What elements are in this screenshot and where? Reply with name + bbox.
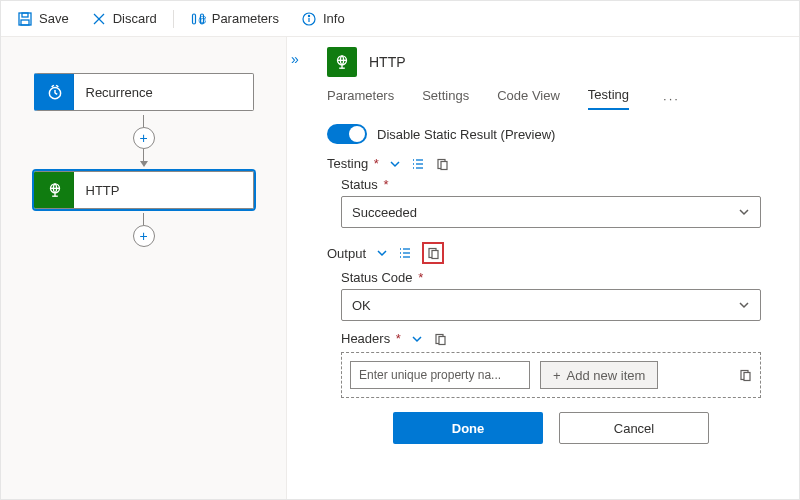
svg-rect-37 xyxy=(432,251,438,259)
list-icon[interactable] xyxy=(411,157,425,171)
parameters-button[interactable]: @ Parameters xyxy=(182,7,287,31)
add-new-item-button[interactable]: + Add new item xyxy=(540,361,658,389)
save-button[interactable]: Save xyxy=(9,7,77,31)
static-result-toggle-row: Disable Static Result (Preview) xyxy=(327,124,775,144)
parameters-label: Parameters xyxy=(212,11,279,26)
status-code-select[interactable]: OK xyxy=(341,289,761,321)
discard-button[interactable]: Discard xyxy=(83,7,165,31)
static-result-label: Disable Static Result (Preview) xyxy=(377,127,555,142)
testing-header: Testing * xyxy=(327,156,775,171)
done-button[interactable]: Done xyxy=(393,412,543,444)
testing-label: Testing xyxy=(327,156,368,171)
save-icon xyxy=(17,11,33,27)
chevron-down-icon[interactable] xyxy=(389,158,401,170)
clock-icon xyxy=(38,74,74,110)
tab-settings[interactable]: Settings xyxy=(422,88,469,109)
output-header: Output xyxy=(327,242,775,264)
connector: + xyxy=(1,115,286,167)
status-value: Succeeded xyxy=(352,205,417,220)
node-http-label: HTTP xyxy=(74,183,120,198)
plus-icon: + xyxy=(553,368,561,383)
tabs-overflow-icon[interactable]: ··· xyxy=(657,91,686,106)
footer-buttons: Done Cancel xyxy=(327,412,775,444)
tab-code-view[interactable]: Code View xyxy=(497,88,560,109)
list-icon[interactable] xyxy=(398,246,412,260)
status-code-label-row: Status Code * xyxy=(341,270,775,285)
headers-label-row: Headers * xyxy=(341,331,775,346)
connector-end: + xyxy=(1,213,286,247)
add-new-item-label: Add new item xyxy=(567,368,646,383)
globe-icon xyxy=(327,47,357,77)
svg-line-13 xyxy=(55,93,57,94)
svg-rect-2 xyxy=(21,20,29,25)
svg-rect-1 xyxy=(22,13,28,17)
node-http[interactable]: HTTP xyxy=(34,171,254,209)
svg-rect-41 xyxy=(744,373,750,381)
node-recurrence-label: Recurrence xyxy=(74,85,153,100)
header-key-input[interactable]: Enter unique property na... xyxy=(350,361,530,389)
separator xyxy=(173,10,174,28)
static-result-toggle[interactable] xyxy=(327,124,367,144)
output-label: Output xyxy=(327,246,366,261)
required-mark: * xyxy=(370,156,379,171)
panel-header: HTTP xyxy=(327,47,775,77)
testing-section: Testing * Status * Succeeded Output xyxy=(327,156,775,444)
details-panel: » HTTP Parameters Settings Code View Tes… xyxy=(287,37,799,499)
headers-label: Headers xyxy=(341,331,390,346)
svg-rect-39 xyxy=(439,336,445,344)
info-label: Info xyxy=(323,11,345,26)
status-code-value: OK xyxy=(352,298,371,313)
discard-label: Discard xyxy=(113,11,157,26)
node-recurrence[interactable]: Recurrence xyxy=(34,73,254,111)
paste-icon[interactable] xyxy=(435,157,449,171)
status-label-row: Status * xyxy=(341,177,775,192)
main: Recurrence + HTTP + » HTTP Parameters Se… xyxy=(1,37,799,499)
panel-title: HTTP xyxy=(369,54,406,70)
svg-rect-5 xyxy=(192,14,195,24)
headers-container: Enter unique property na... + Add new it… xyxy=(341,352,761,398)
svg-rect-29 xyxy=(441,161,447,169)
command-bar: Save Discard @ Parameters Info xyxy=(1,1,799,37)
designer-canvas[interactable]: Recurrence + HTTP + xyxy=(1,37,287,499)
chevron-down-icon xyxy=(738,206,750,218)
svg-point-10 xyxy=(308,15,309,16)
globe-icon xyxy=(38,172,74,208)
chevron-down-icon[interactable] xyxy=(376,247,388,259)
tab-parameters[interactable]: Parameters xyxy=(327,88,394,109)
status-code-label: Status Code xyxy=(341,270,413,285)
paste-icon[interactable] xyxy=(426,246,440,260)
paste-icon[interactable] xyxy=(433,332,447,346)
status-select[interactable]: Succeeded xyxy=(341,196,761,228)
save-label: Save xyxy=(39,11,69,26)
highlighted-paste-button xyxy=(422,242,444,264)
tabs: Parameters Settings Code View Testing ··… xyxy=(327,87,775,110)
cancel-button[interactable]: Cancel xyxy=(559,412,709,444)
discard-icon xyxy=(91,11,107,27)
chevron-down-icon[interactable] xyxy=(411,333,423,345)
add-step-button[interactable]: + xyxy=(133,127,155,149)
info-icon xyxy=(301,11,317,27)
parameters-icon: @ xyxy=(190,11,206,27)
chevron-down-icon xyxy=(738,299,750,311)
status-label: Status xyxy=(341,177,378,192)
tab-testing[interactable]: Testing xyxy=(588,87,629,110)
collapse-panel-icon[interactable]: » xyxy=(291,51,299,67)
paste-icon[interactable] xyxy=(738,368,752,382)
add-step-button-2[interactable]: + xyxy=(133,225,155,247)
info-button[interactable]: Info xyxy=(293,7,353,31)
